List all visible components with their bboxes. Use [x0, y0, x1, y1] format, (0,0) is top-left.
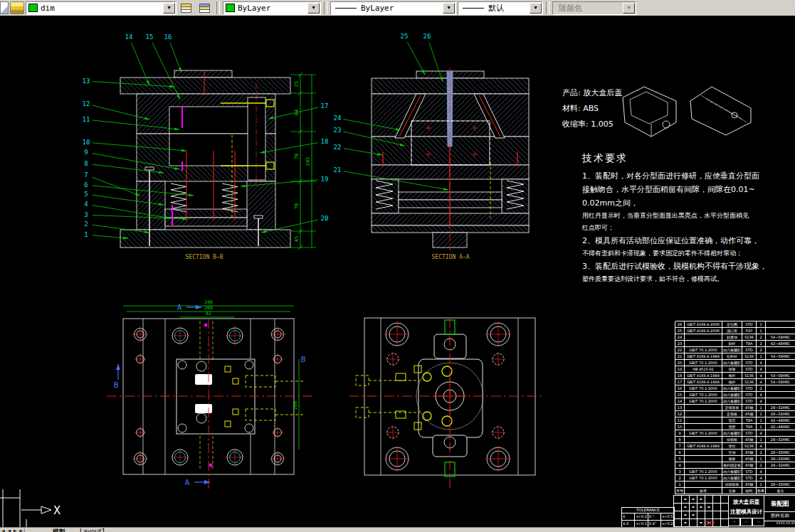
signature-cell: ▬: [682, 519, 690, 527]
cad-text: 70: [294, 203, 300, 209]
plan-view-moving-half: [349, 318, 542, 491]
cad-text: A: [177, 303, 182, 312]
make-object-layer-current-button[interactable]: [178, 1, 195, 15]
signature-cell: ▬: [690, 511, 697, 519]
tab-layout1[interactable]: Layout1: [80, 528, 105, 532]
color-swatch: [226, 4, 235, 12]
lineweight-sample: [463, 8, 484, 9]
sheet-border: [0, 489, 26, 527]
color-dropdown-arrow[interactable]: ▼: [307, 3, 320, 14]
cad-text: 17: [321, 102, 329, 110]
linetype-dropdown[interactable]: ByLayer ▼: [330, 1, 456, 15]
cad-text: 20: [321, 215, 329, 222]
ucs-icon: X: [21, 504, 60, 517]
product-info: 产品: 放大盒后盖 材料: ABS 收缩率: 1.005: [562, 85, 622, 132]
drawing-canvas[interactable]: 1312111098765432114151617181920252624232…: [0, 16, 795, 527]
linetype-sample: [335, 8, 357, 9]
cad-text: A: [185, 478, 190, 487]
signature-cell: ▬: [682, 496, 690, 504]
section-aa-drawing: [372, 68, 529, 250]
signature-cell: ▬: [682, 504, 690, 511]
tech-line: 1、装配时，对各分型面进行修研，应使垂直分型面: [582, 169, 767, 183]
cad-text: 82: [206, 311, 211, 316]
layer-name: dim: [41, 4, 55, 13]
title-block-title: 放大盒后盖 注塑模具设计: [728, 495, 764, 518]
drawing-name-cell: 图样名称: [764, 511, 795, 521]
bom-cell: 数量: [757, 487, 766, 494]
tol-cell: +/-0.5°: [661, 514, 674, 520]
cad-text: 16: [164, 33, 172, 41]
bom-cell: 名称: [722, 487, 742, 494]
signature-cell: [674, 504, 682, 511]
bom-header-row: 序号标准名称材料数量备注: [675, 488, 795, 494]
tol-cell: +/-0.2°: [661, 521, 674, 527]
cad-text: 64: [294, 110, 300, 115]
lineweight-dropdown-arrow[interactable]: ▼: [530, 3, 542, 14]
technical-requirements: 技术要求 1、装配时，对各分型面进行修研，应使垂直分型面接触吻合，水平分型面稍留…: [582, 152, 767, 285]
linetype-dropdown-arrow[interactable]: ▼: [443, 3, 455, 14]
layer-previous-button[interactable]: [196, 1, 214, 15]
cad-text: 1: [84, 231, 88, 238]
signature-cell: [674, 496, 682, 504]
tol-cell: X.X: [622, 521, 635, 527]
cad-text: 6: [84, 181, 88, 188]
cad-text: 22: [334, 144, 342, 151]
cad-text: 200: [293, 401, 298, 410]
signature-cell: ▬: [690, 496, 697, 504]
cad-text: 4: [84, 201, 88, 208]
cad-text: 45: [294, 236, 300, 242]
layer-dropdown-arrow[interactable]: ▼: [163, 3, 175, 14]
cad-text: 15: [146, 33, 154, 41]
layer-color-swatch: [28, 4, 38, 12]
signature-cell: [713, 496, 721, 504]
product-name: 产品: 放大盒后盖: [562, 85, 622, 101]
plotstyle-dropdown: 随颜色 ▼: [552, 1, 636, 15]
cad-text: 21: [334, 166, 342, 174]
cad-text: 8: [84, 160, 88, 167]
tab-model[interactable]: 模型: [53, 528, 65, 532]
lineweight-dropdown[interactable]: 默认 ▼: [458, 1, 543, 15]
cad-text: 23: [334, 127, 342, 134]
tol-cell: +/-0.2: [635, 514, 648, 520]
tech-line: 塑件质量要达到设计要求，如不符合，修模再试。: [582, 273, 767, 285]
layer-properties-icon[interactable]: [10, 1, 24, 14]
signature-cell: ▬: [697, 504, 705, 511]
tech-line: 2、模具所有活动部位应保证位置准确，动作可靠，: [582, 234, 767, 248]
toolbar: dim ▼ ByLayer ▼ ByLayer ▼ 默认 ▼: [0, 0, 795, 16]
tech-line: 0.02mm之间，: [582, 196, 767, 210]
title-mini-cells: ———: [728, 518, 764, 526]
cad-text: B: [301, 355, 306, 364]
cad-text: 25: [401, 33, 409, 40]
cad-text: X: [53, 504, 60, 517]
cad-text: 18: [321, 138, 329, 145]
cad-text: 3: [84, 211, 88, 218]
cad-text: 24: [334, 115, 342, 122]
color-dropdown[interactable]: ByLayer ▼: [223, 1, 321, 15]
cad-text: 70: [294, 154, 300, 159]
tol-cell: X.X°: [648, 521, 661, 527]
signature-cell: ▬: [705, 504, 713, 511]
partial-toolbar-icon[interactable]: [0, 1, 9, 14]
signature-cell: ▬: [690, 504, 697, 511]
tol-cell: +/-0.1: [635, 521, 648, 527]
plotstyle-dropdown-arrow: ▼: [623, 3, 635, 14]
cad-text: 14: [125, 33, 133, 41]
part-isometric-views: [623, 87, 751, 137]
layer-dropdown[interactable]: dim ▼: [26, 1, 177, 15]
tol-cell: X: [622, 514, 635, 520]
cad-text: 9: [84, 149, 88, 156]
tech-title: 技术要求: [582, 152, 767, 165]
drawing-type-cell: 装配图: [764, 495, 795, 512]
tech-line: 用红丹显示时，当垂直分型面显出黑亮点，水平分型面稍见: [582, 210, 767, 222]
bom-cell: 备注: [766, 487, 795, 494]
tab-nav-arrows[interactable]: ◄ ◄ ► ►|: [1, 528, 26, 532]
cad-text: B: [114, 381, 119, 390]
signature-cell: [713, 504, 721, 511]
cad-text: 13: [83, 78, 90, 85]
layout-tab-bar: ◄ ◄ ► ►| 模型 Layout1: [0, 527, 795, 532]
bom-cell: 序号: [675, 487, 685, 494]
toolbar-separator: [324, 1, 327, 14]
cad-text: 200: [204, 305, 213, 311]
tol-cell: X.°: [648, 514, 661, 520]
plotstyle-label: 随颜色: [559, 3, 582, 14]
